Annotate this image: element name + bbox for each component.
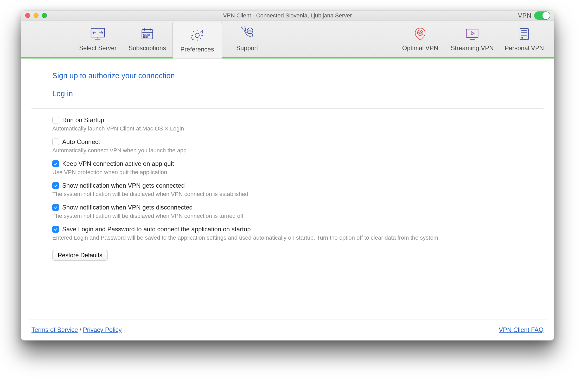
option-keep-active-on-quit: Keep VPN connection active on app quitUs… xyxy=(52,160,523,176)
footer-separator: / xyxy=(80,326,81,333)
option-label: Auto Connect xyxy=(62,138,100,146)
svg-text:24: 24 xyxy=(248,29,252,32)
section-divider xyxy=(31,108,544,109)
calendar-icon xyxy=(138,26,156,42)
option-label: Keep VPN connection active on app quit xyxy=(62,160,174,167)
option-label: Save Login and Password to auto connect … xyxy=(62,226,251,233)
checkbox-run-on-startup[interactable] xyxy=(52,117,59,123)
tab-subscriptions[interactable]: Subscriptions xyxy=(123,21,172,57)
svg-rect-10 xyxy=(146,34,147,35)
play-screen-icon xyxy=(463,26,481,42)
option-description: The system notification will be displaye… xyxy=(52,191,523,198)
preferences-panel: Sign up to authorize your connection Log… xyxy=(21,58,554,261)
zoom-window-button[interactable] xyxy=(42,13,47,18)
option-auto-connect: Auto ConnectAutomatically connect VPN wh… xyxy=(52,138,523,154)
svg-rect-13 xyxy=(146,36,147,37)
option-label: Show notification when VPN gets disconne… xyxy=(62,204,193,211)
footer: Terms of Service / Privacy Policy VPN Cl… xyxy=(21,319,554,340)
gear-icon xyxy=(188,28,206,43)
option-label: Run on Startup xyxy=(62,116,104,124)
toolbar-label: Support xyxy=(236,44,258,52)
titlebar: VPN Client - Connected Slovenia, Ljublja… xyxy=(21,11,554,21)
svg-rect-12 xyxy=(143,36,145,37)
option-description: The system notification will be displaye… xyxy=(52,213,523,219)
checkbox-auto-connect[interactable] xyxy=(52,139,59,145)
tab-preferences[interactable]: Preferences xyxy=(172,22,222,58)
option-notify-connected: Show notification when VPN gets connecte… xyxy=(52,182,523,198)
toolbar-label: Select Server xyxy=(79,44,117,52)
restore-defaults-button[interactable]: Restore Defaults xyxy=(52,250,108,261)
toolbar-label: Subscriptions xyxy=(129,44,166,52)
toolbar-label: Preferences xyxy=(180,46,214,53)
tab-optimal-vpn[interactable]: Optimal VPN xyxy=(394,21,446,57)
checkbox-keep-active-on-quit[interactable] xyxy=(52,160,59,167)
tab-select-server[interactable]: Select Server xyxy=(73,21,123,57)
faq-link[interactable]: VPN Client FAQ xyxy=(499,326,544,333)
svg-point-26 xyxy=(522,37,523,38)
terms-of-service-link[interactable]: Terms of Service xyxy=(31,326,78,333)
toolbar-label: Optimal VPN xyxy=(402,44,438,52)
svg-rect-9 xyxy=(143,34,145,35)
tab-personal-vpn[interactable]: Personal VPN xyxy=(498,21,550,57)
privacy-policy-link[interactable]: Privacy Policy xyxy=(83,326,122,333)
vpn-toggle[interactable] xyxy=(534,11,550,20)
window-controls xyxy=(25,13,47,18)
vpn-toggle-label: VPN xyxy=(518,12,532,19)
star-pin-icon xyxy=(411,26,429,42)
tab-support[interactable]: 24 Support xyxy=(222,21,272,57)
option-description: Automatically launch VPN Client at Mac O… xyxy=(52,125,523,132)
toolbar-label: Personal VPN xyxy=(505,44,544,52)
svg-rect-18 xyxy=(466,29,478,37)
window-title: VPN Client - Connected Slovenia, Ljublja… xyxy=(21,12,554,19)
close-window-button[interactable] xyxy=(25,13,30,18)
option-run-on-startup: Run on StartupAutomatically launch VPN C… xyxy=(52,116,523,132)
server-rack-icon xyxy=(515,26,533,42)
tab-streaming-vpn[interactable]: Streaming VPN xyxy=(446,21,498,57)
option-save-login: Save Login and Password to auto connect … xyxy=(52,226,523,241)
phone-24-icon: 24 xyxy=(238,26,256,42)
signup-link[interactable]: Sign up to authorize your connection xyxy=(52,71,175,80)
login-link[interactable]: Log in xyxy=(52,89,73,98)
toolbar: Select Server Subscriptions Preferences … xyxy=(21,21,554,58)
svg-rect-11 xyxy=(148,34,150,35)
monitor-arrows-icon xyxy=(89,26,107,42)
svg-point-14 xyxy=(195,33,199,37)
checkbox-notify-connected[interactable] xyxy=(52,182,59,189)
app-window: VPN Client - Connected Slovenia, Ljublja… xyxy=(21,10,554,340)
checkbox-notify-disconnected[interactable] xyxy=(52,204,59,211)
option-description: Use VPN protection when quit the applica… xyxy=(52,169,523,176)
option-description: Automatically connect VPN when you launc… xyxy=(52,147,523,154)
svg-marker-20 xyxy=(471,32,474,35)
option-label: Show notification when VPN gets connecte… xyxy=(62,182,185,189)
option-notify-disconnected: Show notification when VPN gets disconne… xyxy=(52,204,523,219)
toolbar-label: Streaming VPN xyxy=(451,44,494,52)
minimize-window-button[interactable] xyxy=(34,13,39,18)
option-description: Entered Login and Password will be saved… xyxy=(52,234,523,241)
checkbox-save-login[interactable] xyxy=(52,226,59,233)
